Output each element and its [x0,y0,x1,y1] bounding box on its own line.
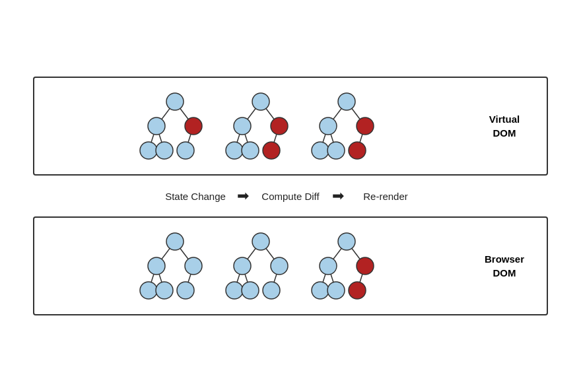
svg-point-62 [357,257,374,275]
svg-point-6 [148,117,165,135]
browser-dom-label: Browser DOM [478,252,531,280]
svg-point-42 [156,282,173,299]
svg-point-7 [185,117,202,135]
svg-point-61 [320,257,337,275]
step-compute-diff: Compute Diff [254,191,327,202]
bdom-tree-3 [314,230,380,302]
svg-point-63 [312,282,329,299]
svg-point-54 [263,282,280,299]
virtual-dom-trees [50,90,471,162]
browser-dom-trees [50,230,471,302]
svg-point-52 [226,282,243,299]
virtual-dom-label: Virtual DOM [478,112,531,140]
svg-point-65 [349,282,366,299]
svg-point-64 [327,282,345,299]
svg-point-28 [320,117,337,135]
svg-point-51 [271,257,288,275]
svg-point-41 [140,282,157,299]
svg-point-31 [327,142,345,159]
svg-point-19 [226,142,243,159]
svg-point-39 [148,257,165,275]
svg-point-60 [338,233,355,250]
svg-point-29 [357,117,374,135]
svg-point-49 [252,233,269,250]
svg-point-30 [312,142,329,159]
virtual-dom-panel: Virtual DOM [33,77,548,176]
svg-point-32 [349,142,366,159]
svg-point-18 [271,117,288,135]
bdom-tree-1 [142,230,208,302]
svg-point-50 [234,257,251,275]
svg-point-5 [166,93,184,110]
vdom-tree-2 [228,90,294,162]
svg-point-38 [166,233,184,250]
svg-point-9 [156,142,173,159]
svg-point-27 [338,93,355,110]
svg-point-43 [177,282,194,299]
steps-row: State Change ➡ Compute Diff ➡ Re-render [33,176,548,216]
svg-point-53 [242,282,259,299]
step-state-change: State Change [159,191,232,202]
vdom-tree-3 [314,90,380,162]
arrow-1: ➡ [237,187,249,205]
svg-point-16 [252,93,269,110]
vdom-tree-1 [142,90,208,162]
browser-dom-panel: Browser DOM [33,216,548,315]
diagram-container: Virtual DOM State Change ➡ Compute Diff … [33,77,548,315]
svg-point-20 [242,142,259,159]
bdom-tree-2 [228,230,294,302]
step-rerender: Re-render [349,191,422,202]
svg-point-21 [263,142,280,159]
svg-point-17 [234,117,251,135]
arrow-2: ➡ [332,187,344,205]
svg-point-8 [140,142,157,159]
svg-point-10 [177,142,194,159]
svg-point-40 [185,257,202,275]
